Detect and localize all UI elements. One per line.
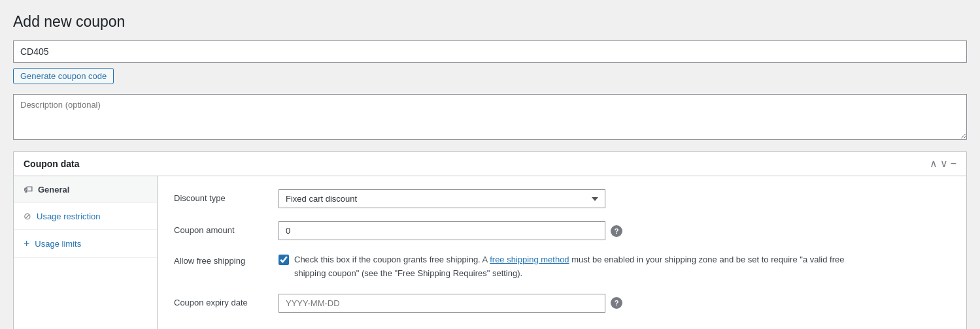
free-shipping-text: Check this box if the coupon grants free… xyxy=(294,253,867,281)
coupon-amount-help-icon[interactable]: ? xyxy=(611,225,622,237)
plus-icon: + xyxy=(24,238,29,249)
coupon-data-panel: Coupon data ∧ ∨ − 🏷 General ⊘ Usage rest… xyxy=(13,151,967,329)
minimize-icon[interactable]: − xyxy=(951,159,956,169)
discount-type-row: Discount type Percentage discount Fixed … xyxy=(174,189,950,208)
coupon-code-input[interactable] xyxy=(13,40,967,63)
free-shipping-row: Allow free shipping Check this box if th… xyxy=(174,253,950,281)
coupon-expiry-row: Coupon expiry date ? xyxy=(174,294,950,313)
page-title: Add new coupon xyxy=(13,13,967,31)
discount-type-label: Discount type xyxy=(174,189,279,203)
coupon-expiry-input[interactable] xyxy=(279,294,605,313)
panel-header: Coupon data ∧ ∨ − xyxy=(14,152,966,176)
ban-icon: ⊘ xyxy=(24,211,31,221)
sidebar-item-usage-restriction[interactable]: ⊘ Usage restriction xyxy=(14,203,157,230)
sidebar-item-label-usage-restriction: Usage restriction xyxy=(37,212,101,221)
discount-type-select[interactable]: Percentage discount Fixed cart discount … xyxy=(279,189,605,208)
coupon-amount-input[interactable] xyxy=(279,221,605,240)
coupon-amount-field: ? xyxy=(279,221,950,240)
sidebar-item-usage-limits[interactable]: + Usage limits xyxy=(14,230,157,258)
coupon-expiry-label: Coupon expiry date xyxy=(174,294,279,307)
sidebar-item-label-general: General xyxy=(38,185,69,195)
panel-title: Coupon data xyxy=(24,159,80,169)
coupon-amount-row: Coupon amount ? xyxy=(174,221,950,240)
free-shipping-content: Check this box if the coupon grants free… xyxy=(279,253,867,281)
coupon-expiry-help-icon[interactable]: ? xyxy=(611,297,622,309)
free-shipping-checkbox-container xyxy=(279,255,289,267)
discount-type-field: Percentage discount Fixed cart discount … xyxy=(279,189,950,208)
generate-coupon-button[interactable]: Generate coupon code xyxy=(13,68,114,84)
coupon-amount-label: Coupon amount xyxy=(174,221,279,235)
free-shipping-label: Allow free shipping xyxy=(174,253,279,266)
panel-body: 🏷 General ⊘ Usage restriction + Usage li… xyxy=(14,176,966,329)
panel-sidebar: 🏷 General ⊘ Usage restriction + Usage li… xyxy=(14,176,158,329)
free-shipping-method-link[interactable]: free shipping method xyxy=(490,255,569,264)
sidebar-item-label-usage-limits: Usage limits xyxy=(35,239,81,249)
panel-controls: ∧ ∨ − xyxy=(930,159,956,169)
panel-content: Discount type Percentage discount Fixed … xyxy=(158,176,966,329)
sidebar-item-general[interactable]: 🏷 General xyxy=(14,176,157,203)
collapse-up-icon[interactable]: ∧ xyxy=(930,159,938,169)
description-textarea[interactable] xyxy=(13,94,967,140)
free-shipping-checkbox[interactable] xyxy=(279,255,289,265)
tag-icon: 🏷 xyxy=(24,184,33,195)
collapse-down-icon[interactable]: ∨ xyxy=(940,159,948,169)
coupon-expiry-field: ? xyxy=(279,294,950,313)
